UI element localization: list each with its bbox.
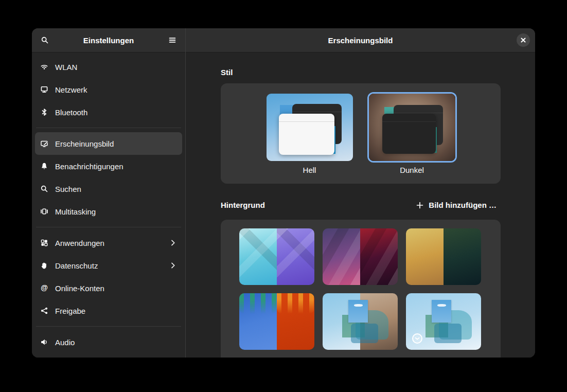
svg-text:@: @ [41,284,48,292]
wallpaper-thumbnail-drips-dual[interactable] [239,293,314,350]
sidebar-item-suchen[interactable]: Suchen [35,177,182,200]
plus-icon [416,201,424,209]
wallpaper-thumbnail-waves-dual[interactable] [323,228,398,285]
sidebar-item-label: Freigabe [55,307,177,315]
settings-window: Einstellungen WLANNetzwerkBluetoothErsch… [32,28,535,358]
main-panel: Erscheinungsbild Stil HellDunkel Hinterg… [186,28,535,358]
glass-wave2 [434,324,462,343]
style-option-label: Hell [303,166,316,174]
add-picture-button[interactable]: Bild hinzufügen … [412,198,501,212]
sidebar-item-energie[interactable]: Energie [35,353,182,358]
page-title: Erscheinungsbild [186,36,535,45]
style-option-dark[interactable]: Dunkel [369,94,455,184]
bluetooth-icon [40,108,48,116]
sidebar-item-label: Suchen [55,185,177,193]
sidebar-title: Einstellungen [32,36,185,45]
at-icon: @ [40,284,48,292]
appearance-icon [40,139,48,148]
sidebar-separator [36,227,181,227]
hand-icon [40,261,48,270]
style-preview-dark[interactable] [369,94,455,161]
sidebar-item-label: Online-Konten [55,284,177,293]
sidebar-separator [36,326,181,327]
search-button[interactable] [36,31,54,49]
style-card: HellDunkel [221,83,501,184]
background-section-heading: Hintergrund [221,201,265,209]
sidebar-item-label: Netzwerk [55,85,177,94]
sidebar-item-label: Multitasking [55,207,177,216]
search-icon [40,185,48,193]
apps-icon [40,239,48,247]
multitasking-icon [40,207,48,216]
hamburger-menu-icon [168,36,176,44]
slideshow-clock-badge [411,332,423,345]
sidebar-item-label: Audio [55,338,177,347]
sidebar-item-label: WLAN [55,63,177,72]
wallpaper-thumbnail-triangles-dual[interactable] [239,228,314,285]
close-button[interactable] [517,33,530,47]
sidebar-item-label: Datenschutz [55,261,162,270]
style-section-heading: Stil [221,68,501,77]
background-card [221,220,501,358]
network-icon [40,85,48,94]
sidebar-item-benachrichtigungen[interactable]: Benachrichtigungen [35,155,182,177]
add-picture-label: Bild hinzufügen … [429,201,497,209]
sidebar-item-label: Bluetooth [55,108,177,117]
wallpaper-grid [239,228,482,358]
bell-icon [40,162,48,170]
sidebar: Einstellungen WLANNetzwerkBluetoothErsch… [32,28,186,358]
sidebar-item-online-konten[interactable]: @Online-Konten [35,277,182,299]
share-icon [40,307,48,315]
wallpaper-thumbnail-paint-dual[interactable] [406,228,481,285]
glass-photo [432,300,451,323]
primary-menu-button[interactable] [164,31,181,49]
wallpaper-thumbnail-glass-light[interactable] [406,293,481,350]
close-icon [521,38,526,43]
main-headerbar: Erscheinungsbild [186,28,535,52]
sidebar-headerbar: Einstellungen [32,28,185,52]
wallpaper-thumbnail-glass-dual[interactable] [323,293,398,350]
appearance-content: Stil HellDunkel Hintergrund Bild hinzufü… [186,52,535,358]
sidebar-item-label: Benachrichtigungen [55,162,177,171]
background-section-header: Hintergrund Bild hinzufügen … [221,198,501,212]
sidebar-item-audio[interactable]: Audio [35,331,182,353]
sidebar-separator [36,128,181,128]
desktop-background: Einstellungen WLANNetzwerkBluetoothErsch… [0,0,567,392]
sidebar-item-freigabe[interactable]: Freigabe [35,299,182,322]
search-icon [41,36,49,44]
glass-photo [348,300,368,323]
sidebar-item-wlan[interactable]: WLAN [35,56,182,78]
style-preview-light[interactable] [267,94,353,161]
speaker-icon [40,338,48,346]
sidebar-item-label: Erscheinungsbild [55,139,177,148]
sidebar-item-erscheinungsbild[interactable]: Erscheinungsbild [35,132,182,155]
sidebar-item-label: Anwendungen [55,239,162,247]
sidebar-item-bluetooth[interactable]: Bluetooth [35,101,182,123]
glass-wave2 [351,324,378,343]
sidebar-item-netzwerk[interactable]: Netzwerk [35,78,182,101]
chevron-right-icon [169,261,177,270]
sidebar-item-datenschutz[interactable]: Datenschutz [35,254,182,277]
sidebar-nav: WLANNetzwerkBluetoothErscheinungsbildBen… [32,52,185,358]
style-option-label: Dunkel [400,166,424,174]
sidebar-item-multitasking[interactable]: Multitasking [35,200,182,223]
sidebar-item-anwendungen[interactable]: Anwendungen [35,231,182,254]
wifi-icon [40,63,48,71]
chevron-right-icon [169,239,177,247]
style-option-light[interactable]: Hell [267,94,353,184]
